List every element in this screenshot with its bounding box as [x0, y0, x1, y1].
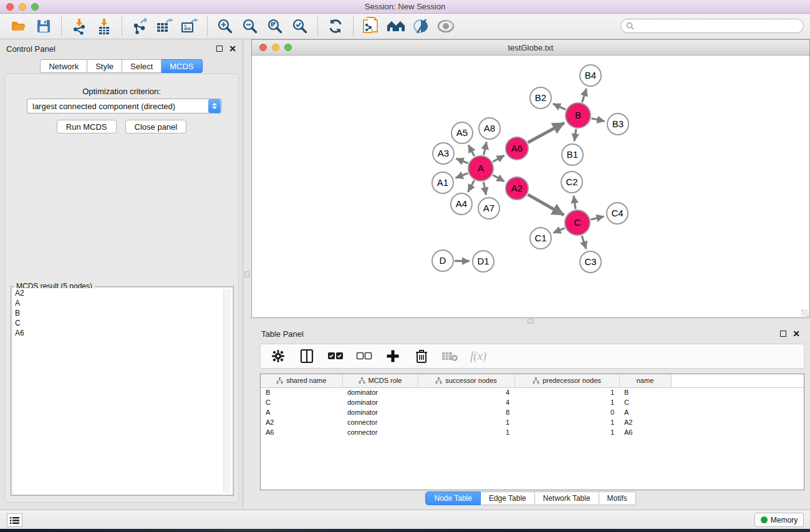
edge-B-B4[interactable]: [582, 89, 587, 102]
new-network-from-selection-icon[interactable]: [359, 16, 383, 37]
show-hide-graphics-icon[interactable]: [408, 16, 433, 37]
graph-node-A8[interactable]: A8: [479, 118, 500, 139]
split-handle[interactable]: [244, 271, 249, 278]
table-cell[interactable]: 0: [514, 407, 619, 417]
edge-A2-C[interactable]: [528, 195, 564, 215]
import-network-icon[interactable]: [67, 16, 92, 37]
edge-A-A8[interactable]: [484, 142, 487, 155]
graph-node-B4[interactable]: B4: [580, 65, 601, 86]
zoom-fit-icon[interactable]: [263, 16, 287, 37]
float-panel-icon[interactable]: [216, 46, 223, 52]
edge-C-C1[interactable]: [553, 228, 564, 233]
table-cell[interactable]: 1: [418, 417, 514, 427]
table-cell[interactable]: 4: [418, 397, 514, 407]
horizontal-split-divider[interactable]: [251, 318, 810, 324]
float-table-panel-icon[interactable]: [780, 331, 786, 337]
criterion-dropdown[interactable]: largest connected component (directed): [27, 99, 222, 114]
close-table-panel-icon[interactable]: ✕: [793, 331, 800, 337]
graph-node-B2[interactable]: B2: [530, 87, 551, 109]
save-session-icon[interactable]: [31, 16, 56, 37]
edge-A-A4[interactable]: [468, 180, 475, 191]
table-cell[interactable]: B: [261, 387, 342, 397]
table-row[interactable]: A2connector11A2: [261, 417, 804, 427]
column-header-successor-nodes[interactable]: successor nodes: [418, 374, 514, 387]
show-graphics-details-icon[interactable]: [433, 16, 458, 37]
table-row[interactable]: Cdominator41C: [261, 397, 804, 407]
table-cell[interactable]: 1: [514, 417, 619, 427]
graph-node-A[interactable]: A: [468, 156, 493, 181]
split-handle[interactable]: [528, 319, 534, 324]
refresh-icon[interactable]: [323, 16, 348, 37]
zoom-selected-icon[interactable]: [287, 16, 312, 37]
resize-handle[interactable]: [801, 309, 809, 317]
table-cell[interactable]: A: [619, 407, 671, 417]
table-cell[interactable]: C: [261, 397, 342, 407]
graph-node-A4[interactable]: A4: [451, 193, 472, 215]
tab-select[interactable]: Select: [122, 59, 162, 73]
first-neighbors-icon[interactable]: [383, 16, 408, 37]
graph-node-A7[interactable]: A7: [478, 198, 499, 219]
edge-A-A6[interactable]: [493, 155, 504, 162]
function-builder-icon[interactable]: f(x): [470, 349, 486, 363]
tab-mcds[interactable]: MCDS: [162, 59, 202, 73]
edge-B-B1[interactable]: [574, 129, 576, 141]
zoom-out-icon[interactable]: [238, 16, 263, 37]
edge-C-C3[interactable]: [582, 236, 586, 249]
table-cell[interactable]: 1: [514, 427, 619, 437]
table-cell[interactable]: connector: [342, 427, 418, 437]
result-scrollbar[interactable]: [223, 289, 231, 493]
mcds-result-item[interactable]: C: [12, 318, 232, 328]
run-mcds-button[interactable]: Run MCDS: [57, 120, 117, 133]
graph-node-B1[interactable]: B1: [562, 144, 583, 165]
edge-A-A7[interactable]: [483, 182, 486, 195]
search-input[interactable]: [634, 19, 803, 32]
table-cell[interactable]: B: [619, 387, 671, 397]
unselect-all-columns-icon[interactable]: [355, 347, 373, 365]
tab-network[interactable]: Network: [40, 59, 87, 73]
export-image-icon[interactable]: [177, 16, 202, 37]
zoom-in-icon[interactable]: [213, 16, 238, 37]
edge-A-A5[interactable]: [468, 145, 475, 157]
column-header-predecessor-nodes[interactable]: predecessor nodes: [514, 374, 619, 387]
column-header-MCDS-role[interactable]: MCDS role: [342, 374, 418, 387]
table-cell[interactable]: 8: [418, 407, 514, 417]
open-file-icon[interactable]: [6, 16, 31, 37]
graph-node-C[interactable]: C: [565, 210, 590, 235]
table-cell[interactable]: A: [261, 407, 342, 417]
table-cell[interactable]: 1: [514, 397, 619, 407]
column-header-shared-name[interactable]: shared name: [261, 374, 342, 387]
table-cell[interactable]: A2: [619, 417, 671, 427]
tab-edge-table[interactable]: Edge Table: [481, 491, 535, 505]
close-panel-button[interactable]: Close panel: [125, 120, 187, 133]
edge-A-A3[interactable]: [456, 158, 468, 163]
graph-node-C1[interactable]: C1: [530, 228, 551, 249]
column-header-name[interactable]: name: [619, 374, 671, 387]
edge-A6-B[interactable]: [528, 123, 564, 143]
tab-network-table[interactable]: Network Table: [535, 491, 599, 505]
graph-node-C4[interactable]: C4: [607, 203, 628, 224]
graph-node-A5[interactable]: A5: [451, 122, 473, 143]
graph-node-B3[interactable]: B3: [607, 114, 629, 135]
table-row[interactable]: Bdominator41B: [261, 387, 804, 397]
table-row[interactable]: Adominator80A: [261, 407, 804, 417]
tab-motifs[interactable]: Motifs: [599, 491, 636, 505]
edge-A-A1[interactable]: [456, 173, 468, 178]
mcds-result-item[interactable]: A6: [12, 328, 232, 338]
edge-B-B3[interactable]: [592, 118, 605, 122]
mcds-result-item[interactable]: A2: [12, 288, 232, 298]
graph-node-B[interactable]: B: [566, 103, 591, 128]
table-cell[interactable]: 1: [418, 427, 514, 437]
table-cell[interactable]: 4: [418, 387, 514, 397]
table-cell[interactable]: 1: [514, 387, 619, 397]
vertical-split-divider[interactable]: [243, 39, 251, 509]
export-network-icon[interactable]: [127, 16, 152, 37]
graph-node-D1[interactable]: D1: [473, 251, 494, 272]
table-cell[interactable]: dominator: [342, 407, 418, 417]
table-cell[interactable]: dominator: [342, 397, 418, 407]
import-table-icon[interactable]: [92, 16, 117, 37]
graph-node-A2[interactable]: A2: [506, 177, 528, 200]
table-cell[interactable]: C: [619, 397, 671, 407]
table-cell[interactable]: A2: [261, 417, 342, 427]
mcds-result-item[interactable]: B: [12, 308, 232, 318]
network-canvas[interactable]: ABCA2A6A1A3A4A5A7A8B1B2B3B4C1C2C3C4DD1: [253, 56, 809, 317]
